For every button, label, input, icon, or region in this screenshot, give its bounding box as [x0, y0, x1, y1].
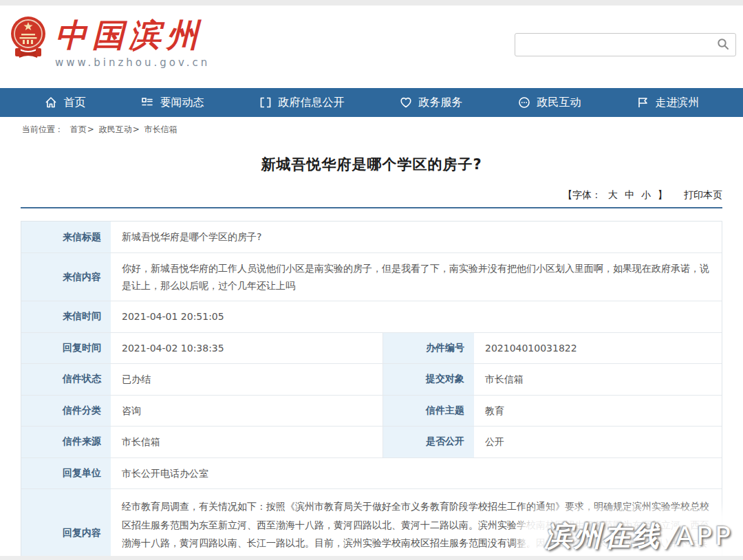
- letter-content-value: 你好，新城吾悦华府的工作人员说他们小区是南实验的房子，但是我看了下，南实验并没有…: [111, 253, 722, 301]
- table-row-source: 信件来源 市长信箱 是否公开 公开: [21, 427, 722, 458]
- letter-time-label: 来信时间: [21, 301, 111, 332]
- nav-item-news[interactable]: 要闻动态: [133, 88, 211, 117]
- table-row-status: 信件状态 已办结 提交对象 市长信箱: [21, 364, 722, 396]
- content-area: 当前位置： 首页> 政民互动> 市长信箱 新城吾悦华府是哪个学区的房子? 【字体…: [0, 117, 743, 560]
- home-icon: [44, 96, 58, 109]
- letter-source-value: 市长信箱: [111, 427, 383, 457]
- is-public-value: 公开: [474, 427, 722, 457]
- table-row-reply-time: 回复时间 2021-04-02 10:38:35 办件编号 2021040100…: [21, 333, 722, 365]
- search-input[interactable]: [515, 34, 711, 56]
- letter-category-value: 咨询: [111, 396, 383, 427]
- submit-target-label: 提交对象: [383, 364, 474, 395]
- main-nav: 首页 要闻动态 政府信息公开: [0, 88, 743, 117]
- case-number-label: 办件编号: [383, 333, 474, 364]
- nav-item-label: 要闻动态: [160, 96, 204, 110]
- letter-category-label: 信件分类: [21, 396, 111, 427]
- reply-content-label: 回复内容: [21, 489, 111, 560]
- nav-item-label: 政府信息公开: [279, 96, 345, 110]
- reply-unit-label: 回复单位: [21, 458, 111, 489]
- nav-item-label: 政民互动: [537, 96, 581, 110]
- flag-icon: [636, 96, 649, 109]
- table-row-category: 信件分类 咨询 信件主题 教育: [21, 396, 722, 427]
- is-public-label: 是否公开: [383, 427, 474, 457]
- breadcrumb-separator: >: [87, 125, 94, 134]
- chat-face-icon: [517, 96, 531, 109]
- breadcrumb-interaction[interactable]: 政民互动: [99, 125, 132, 134]
- nav-item-label: 政务服务: [419, 96, 463, 110]
- letter-status-value: 已办结: [111, 364, 383, 395]
- table-row-letter-content: 来信内容 你好，新城吾悦华府的工作人员说他们小区是南实验的房子，但是我看了下，南…: [21, 253, 722, 301]
- letter-source-label: 信件来源: [21, 427, 111, 457]
- watermark-chinese-text: 滨州在线: [545, 517, 660, 555]
- search-icon: [716, 37, 730, 53]
- news-list-icon: [140, 96, 154, 109]
- page-title: 新城吾悦华府是哪个学区的房子?: [21, 155, 722, 174]
- watermark-slash: /: [665, 519, 674, 553]
- page: 中国滨州 www.binzhou.gov.cn: [0, 0, 743, 560]
- letter-content-label: 来信内容: [21, 253, 111, 301]
- reply-time-label: 回复时间: [21, 333, 111, 364]
- letter-title-label: 来信标题: [21, 222, 111, 252]
- font-bracket-close: 】: [658, 189, 667, 202]
- table-row-letter-title: 来信标题 新城吾悦华府是哪个学区的房子?: [21, 222, 722, 253]
- nav-item-interaction[interactable]: 政民互动: [510, 88, 588, 117]
- search-box: [515, 33, 736, 56]
- font-controls: 【字体： 大 中 小 】 打印本页: [21, 189, 722, 208]
- font-size-large-button[interactable]: 大: [608, 189, 618, 202]
- nav-item-home[interactable]: 首页: [37, 88, 93, 117]
- heart-icon: [399, 96, 413, 109]
- national-emblem-icon: [8, 15, 48, 63]
- site-name: 中国滨州: [55, 15, 210, 55]
- site-header: 中国滨州 www.binzhou.gov.cn: [0, 6, 743, 88]
- letter-subject-value: 教育: [474, 396, 722, 427]
- print-page-button[interactable]: 打印本页: [684, 189, 722, 202]
- font-size-medium-button[interactable]: 中: [625, 189, 634, 202]
- site-logo[interactable]: 中国滨州 www.binzhou.gov.cn: [8, 15, 210, 69]
- table-row-reply-unit: 回复单位 市长公开电话办公室: [21, 458, 722, 490]
- info-book-icon: [259, 96, 272, 109]
- breadcrumb-separator: >: [133, 125, 140, 134]
- nav-item-services[interactable]: 政务服务: [392, 88, 470, 117]
- breadcrumb-mayor-mailbox[interactable]: 市长信箱: [144, 125, 177, 134]
- logo-text: 中国滨州 www.binzhou.gov.cn: [55, 15, 210, 69]
- font-size-small-button[interactable]: 小: [641, 189, 651, 202]
- nav-item-info-disclosure[interactable]: 政府信息公开: [252, 88, 352, 117]
- letter-detail-table: 来信标题 新城吾悦华府是哪个学区的房子? 来信内容 你好，新城吾悦华府的工作人员…: [21, 221, 722, 560]
- letter-time-value: 2021-04-01 20:51:05: [111, 301, 722, 332]
- nav-item-label: 首页: [64, 96, 86, 110]
- reply-unit-value: 市长公开电话办公室: [111, 458, 722, 489]
- font-bracket-open: 【字体：: [563, 189, 601, 202]
- search-button[interactable]: [711, 34, 735, 56]
- bottom-strip: [0, 556, 743, 560]
- letter-title-value: 新城吾悦华府是哪个学区的房子?: [111, 222, 722, 252]
- watermark-app-text: APP: [676, 521, 733, 551]
- nav-item-label: 走进滨州: [656, 96, 700, 110]
- site-url: www.binzhou.gov.cn: [55, 56, 210, 69]
- nav-item-about-binzhou[interactable]: 走进滨州: [629, 88, 707, 117]
- case-number-value: 202104010031822: [474, 333, 722, 364]
- binzhou-online-app-watermark: 滨州在线 / APP: [524, 516, 743, 556]
- breadcrumb-prefix: 当前位置：: [22, 125, 63, 134]
- table-row-letter-time: 来信时间 2021-04-01 20:51:05: [21, 301, 722, 333]
- letter-subject-label: 信件主题: [383, 396, 474, 427]
- breadcrumb: 当前位置： 首页> 政民互动> 市长信箱: [21, 117, 722, 140]
- reply-time-value: 2021-04-02 10:38:35: [111, 333, 383, 364]
- submit-target-value: 市长信箱: [474, 364, 722, 395]
- top-strip: [0, 0, 743, 6]
- breadcrumb-home[interactable]: 首页: [70, 125, 87, 134]
- letter-status-label: 信件状态: [21, 364, 111, 395]
